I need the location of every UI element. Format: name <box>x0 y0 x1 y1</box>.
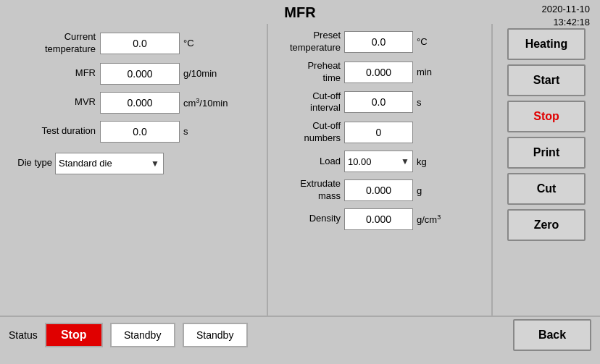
mfr-unit: g/10min <box>183 68 217 79</box>
extrudate-mass-input[interactable] <box>344 179 413 201</box>
status-label: Status <box>9 329 38 341</box>
die-type-select[interactable]: Standard die Custom die <box>55 153 164 174</box>
die-type-row: Die type Standard die Custom die ▼ <box>9 153 258 174</box>
preset-temp-unit: °C <box>417 36 428 47</box>
date: 2020-11-10 <box>542 4 591 14</box>
heating-button[interactable]: Heating <box>507 28 586 60</box>
left-panel: Currenttemperature °C MFR g/10min MVR cm… <box>0 24 268 316</box>
preheat-time-row: Preheattime min <box>275 60 484 85</box>
preset-temp-row: Presettemperature °C <box>275 30 484 54</box>
mvr-row: MVR cm3/10min <box>9 92 258 114</box>
zero-button[interactable]: Zero <box>507 209 586 241</box>
die-type-wrapper: Standard die Custom die ▼ <box>55 153 164 174</box>
mvr-label: MVR <box>9 96 96 109</box>
extrudate-mass-unit: g <box>417 185 422 196</box>
cutoff-interval-input[interactable] <box>344 91 413 113</box>
die-type-label: Die type <box>9 157 52 169</box>
density-label: Density <box>275 213 341 225</box>
cutoff-interval-label: Cut-offinterval <box>275 90 341 115</box>
status-standby1-badge: Standby <box>110 323 175 347</box>
datetime: 2020-11-10 13:42:18 <box>542 3 591 29</box>
test-duration-label: Test duration <box>9 125 96 137</box>
status-bar: Status Stop Standby Standby Back <box>0 316 600 353</box>
back-button[interactable]: Back <box>513 319 591 351</box>
extrudate-mass-row: Extrudatemass g <box>275 178 484 203</box>
cutoff-numbers-input[interactable] <box>344 122 413 143</box>
preheat-time-unit: min <box>417 67 432 77</box>
density-unit: g/cm3 <box>417 213 441 225</box>
load-unit: kg <box>417 156 427 167</box>
header: MFR 2020-11-10 13:42:18 <box>0 0 600 24</box>
status-standby2-badge: Standby <box>183 323 248 347</box>
preset-temp-label: Presettemperature <box>275 30 341 54</box>
print-button[interactable]: Print <box>507 137 586 169</box>
preheat-time-input[interactable] <box>344 62 413 83</box>
mfr-input[interactable] <box>100 63 180 85</box>
right-panel: Heating Start Stop Print Cut Zero <box>493 24 600 316</box>
time: 13:42:18 <box>553 17 590 27</box>
cut-button[interactable]: Cut <box>507 173 586 205</box>
cutoff-numbers-label: Cut-offnumbers <box>275 120 341 145</box>
test-duration-input[interactable] <box>100 121 180 143</box>
mfr-row: MFR g/10min <box>9 63 258 85</box>
app-title: MFR <box>0 4 600 21</box>
current-temp-row: Currenttemperature °C <box>9 31 258 56</box>
preset-temp-input[interactable] <box>344 31 413 53</box>
extrudate-mass-label: Extrudatemass <box>275 178 341 203</box>
cutoff-interval-row: Cut-offinterval s <box>275 90 484 115</box>
status-stop-badge: Stop <box>45 323 103 347</box>
cutoff-numbers-row: Cut-offnumbers <box>275 120 484 145</box>
test-duration-row: Test duration s <box>9 121 258 143</box>
current-temp-input[interactable] <box>100 33 180 54</box>
load-label: Load <box>275 156 341 168</box>
mid-panel: Presettemperature °C Preheattime min Cut… <box>268 24 493 316</box>
load-row: Load 1.00 2.16 5.00 10.00 21.60 ▼ kg <box>275 151 484 172</box>
stop-button[interactable]: Stop <box>507 101 586 132</box>
current-temp-label: Currenttemperature <box>9 31 96 56</box>
load-select[interactable]: 1.00 2.16 5.00 10.00 21.60 <box>344 151 413 172</box>
main-content: Currenttemperature °C MFR g/10min MVR cm… <box>0 24 600 316</box>
mfr-label: MFR <box>9 67 96 80</box>
start-button[interactable]: Start <box>507 64 586 96</box>
cutoff-interval-unit: s <box>417 97 422 108</box>
test-duration-unit: s <box>183 126 188 137</box>
current-temp-unit: °C <box>183 38 194 48</box>
mvr-unit: cm3/10min <box>183 97 228 109</box>
density-input[interactable] <box>344 208 413 230</box>
load-wrapper: 1.00 2.16 5.00 10.00 21.60 ▼ <box>344 151 413 172</box>
density-row: Density g/cm3 <box>275 208 484 230</box>
mvr-input[interactable] <box>100 92 180 114</box>
preheat-time-label: Preheattime <box>275 60 341 85</box>
